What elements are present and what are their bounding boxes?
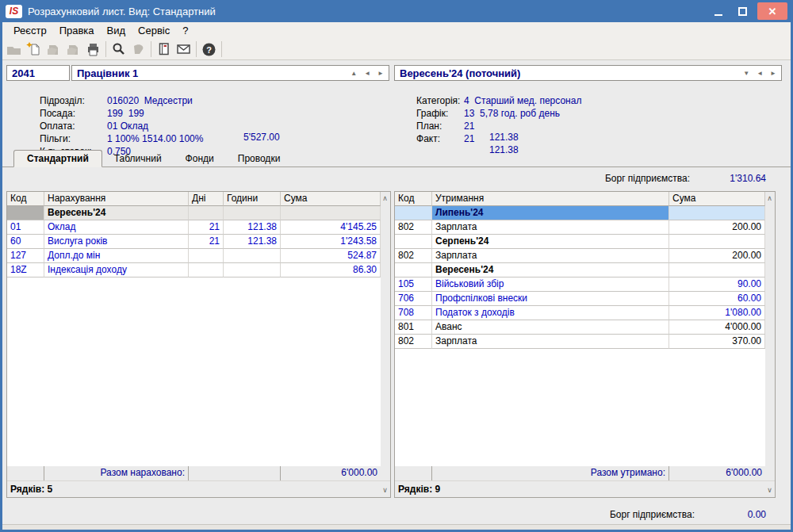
cell-name[interactable]: Індексація доходу xyxy=(44,263,189,277)
tab-provodky[interactable]: Проводки xyxy=(226,151,293,166)
menu-pravka[interactable]: Правка xyxy=(53,23,101,38)
cell-code[interactable] xyxy=(395,206,432,220)
cell-sum[interactable]: 86.30 xyxy=(281,263,381,277)
cell-code[interactable]: 01 xyxy=(7,220,44,235)
print-button[interactable] xyxy=(83,40,103,59)
tab-standartnyi[interactable]: Стандартний xyxy=(13,150,102,167)
menu-help[interactable]: ? xyxy=(176,23,194,38)
cell-sum[interactable]: 1'243.58 xyxy=(281,235,381,249)
cell-sum[interactable]: 200.00 xyxy=(669,249,765,263)
mail-button[interactable] xyxy=(174,40,193,59)
cell-code[interactable]: 105 xyxy=(395,277,432,292)
menu-reestr[interactable]: Реєстр xyxy=(7,23,53,38)
cell-sum[interactable]: 60.00 xyxy=(669,292,765,306)
group-row[interactable]: Серпень'24 xyxy=(395,235,765,249)
column-header-code[interactable]: Код xyxy=(395,192,432,206)
copy-button[interactable] xyxy=(63,40,83,59)
scroll-up-icon[interactable]: ∧ xyxy=(765,194,774,202)
cell-hours[interactable] xyxy=(224,249,281,263)
cell-days[interactable]: 21 xyxy=(189,235,224,249)
cell-name[interactable]: Оклад xyxy=(44,220,189,235)
save-button[interactable] xyxy=(44,40,63,59)
help-button[interactable]: ? xyxy=(199,40,219,59)
column-header-sum[interactable]: Сума xyxy=(669,192,765,206)
cell-name[interactable]: Вересень'24 xyxy=(432,263,669,277)
column-header-hours[interactable]: Години xyxy=(224,192,281,206)
cell-name[interactable]: Серпень'24 xyxy=(432,235,669,249)
column-header-sum[interactable]: Сума xyxy=(281,192,381,206)
cell-hours[interactable]: 121.38 xyxy=(224,220,281,235)
tab-fondy[interactable]: Фонди xyxy=(174,151,226,166)
cell-code[interactable]: 18Z xyxy=(7,263,44,277)
cell-sum[interactable]: 1'080.00 xyxy=(669,306,765,320)
cell-code[interactable]: 802 xyxy=(395,249,432,263)
menu-vyd[interactable]: Вид xyxy=(101,23,132,38)
table-row[interactable]: 802Зарплата200.00 xyxy=(395,220,765,235)
cell-code[interactable] xyxy=(395,235,432,249)
cell-code[interactable] xyxy=(395,263,432,277)
employee-up-icon[interactable]: ▲ xyxy=(351,70,357,77)
scroll-down-icon[interactable]: ∨ xyxy=(381,486,389,494)
cell-code[interactable]: 802 xyxy=(395,335,432,349)
cell-name[interactable]: Військовий збір xyxy=(432,277,669,292)
cell-name[interactable]: Допл.до мін xyxy=(44,249,189,263)
column-header-name[interactable]: Нарахування xyxy=(44,192,189,206)
table-row[interactable]: 706Профспілкові внески60.00 xyxy=(395,292,765,306)
cell-days[interactable]: 21 xyxy=(189,220,224,235)
cell-code[interactable] xyxy=(7,206,44,220)
cell-name[interactable]: Вересень'24 xyxy=(44,206,189,220)
table-row[interactable]: 708Податок з доходів1'080.00 xyxy=(395,306,765,320)
cell-days[interactable] xyxy=(189,263,224,277)
cell-hours[interactable] xyxy=(224,206,281,220)
open-button[interactable] xyxy=(4,40,24,59)
cell-name[interactable]: Липень'24 xyxy=(432,206,669,220)
employee-prev-icon[interactable]: ◄ xyxy=(364,70,370,77)
cell-code[interactable]: 60 xyxy=(7,235,44,249)
cell-hours[interactable] xyxy=(224,263,281,277)
card-button[interactable] xyxy=(128,40,148,59)
period-next-icon[interactable]: ► xyxy=(770,70,776,77)
cell-name[interactable]: Вислуга років xyxy=(44,235,189,249)
minimize-button[interactable] xyxy=(710,3,727,19)
table-row[interactable]: 802Зарплата200.00 xyxy=(395,249,765,263)
search-button[interactable] xyxy=(109,40,128,59)
scroll-up-icon[interactable]: ∧ xyxy=(381,194,389,202)
accruals-scrollbar[interactable]: ∧ ∨ xyxy=(380,192,390,497)
column-header-name[interactable]: Утримання xyxy=(432,192,669,206)
column-header-days[interactable]: Дні xyxy=(189,192,224,206)
table-row[interactable]: 127Допл.до мін524.87 xyxy=(7,249,381,263)
employee-code-field[interactable]: 2041 xyxy=(6,65,70,81)
table-row[interactable]: 01Оклад21121.384'145.25 xyxy=(7,220,381,235)
period-down-icon[interactable]: ▼ xyxy=(743,70,749,77)
cell-sum[interactable]: 524.87 xyxy=(281,249,381,263)
cell-sum[interactable] xyxy=(281,206,381,220)
table-row[interactable]: 60Вислуга років21121.381'243.58 xyxy=(7,235,381,249)
maximize-button[interactable] xyxy=(734,3,751,19)
title-bar[interactable]: IS Розрахунковий лист. Вид: Стандартний … xyxy=(2,0,791,22)
cell-code[interactable]: 706 xyxy=(395,292,432,306)
group-row[interactable]: Вересень'24 xyxy=(7,206,381,220)
period-prev-icon[interactable]: ◄ xyxy=(757,70,763,77)
cell-days[interactable] xyxy=(189,206,224,220)
cell-days[interactable] xyxy=(189,249,224,263)
close-button[interactable]: ✕ xyxy=(757,2,787,20)
cell-name[interactable]: Податок з доходів xyxy=(432,306,669,320)
cell-name[interactable]: Зарплата xyxy=(432,335,669,349)
period-field[interactable]: Вересень'24 (поточний) ▼ ◄ ► xyxy=(394,65,782,81)
cell-code[interactable]: 801 xyxy=(395,320,432,335)
table-row[interactable]: 801Аванс4'000.00 xyxy=(395,320,765,335)
deductions-scrollbar[interactable]: ∧ ∨ xyxy=(764,192,775,497)
table-row[interactable]: 18ZІндексація доходу86.30 xyxy=(7,263,381,277)
cell-sum[interactable] xyxy=(669,206,765,220)
cell-code[interactable]: 708 xyxy=(395,306,432,320)
employee-name-field[interactable]: Працівник 1 ▲ ◄ ► xyxy=(71,65,389,81)
column-header-code[interactable]: Код xyxy=(7,192,44,206)
group-row[interactable]: Вересень'24 xyxy=(395,263,765,277)
cell-sum[interactable]: 4'000.00 xyxy=(669,320,765,335)
cell-sum[interactable] xyxy=(669,235,765,249)
tab-tablychnyi[interactable]: Табличний xyxy=(102,151,174,166)
cell-sum[interactable]: 370.00 xyxy=(669,335,765,349)
cell-name[interactable]: Зарплата xyxy=(432,220,669,235)
cell-name[interactable]: Аванс xyxy=(432,320,669,335)
cell-sum[interactable] xyxy=(669,263,765,277)
